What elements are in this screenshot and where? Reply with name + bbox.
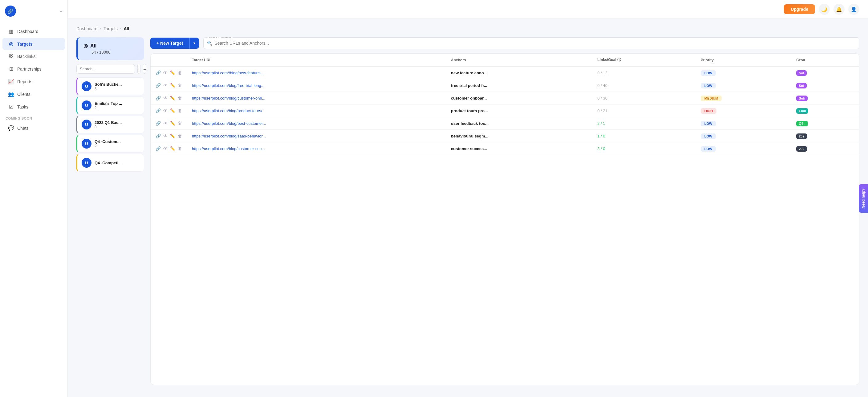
bucket-name: Emilia's Top ... <box>95 101 122 106</box>
target-url-link[interactable]: https://userpilot.com/blog/product-tours… <box>192 109 262 113</box>
bucket-item-sofi[interactable]: U Sofi's Bucke... 3 <box>76 77 144 95</box>
sidebar-item-dashboard[interactable]: ▦ Dashboard <box>2 25 65 37</box>
breadcrumb-targets[interactable]: Targets <box>103 26 118 31</box>
search-targets-input[interactable] <box>203 37 860 49</box>
col-anchors[interactable]: Anchors <box>446 54 592 66</box>
view-icon[interactable]: 👁 <box>163 121 167 126</box>
chats-icon: 💬 <box>8 125 14 131</box>
row-links-goal: 1 / 0 <box>592 130 695 142</box>
filter-button[interactable]: ≡ <box>143 64 146 74</box>
row-actions: 🔗 👁 ✏️ 🗑 <box>151 117 187 130</box>
link-icon[interactable]: 🔗 <box>156 108 161 113</box>
link-icon[interactable]: 🔗 <box>156 134 161 138</box>
sidebar-item-tasks[interactable]: ☑ Tasks <box>2 101 65 113</box>
bucket-item-q4custom[interactable]: U Q4 -Custom... 2 <box>76 135 144 152</box>
user-icon: 👤 <box>851 6 857 12</box>
collapse-button[interactable]: « <box>60 9 63 13</box>
target-url-link[interactable]: https://userpilot.com/blog/customer-onb.… <box>192 96 265 101</box>
sidebar-item-chats[interactable]: 💬 Chats <box>2 122 65 134</box>
link-icon[interactable]: 🔗 <box>156 95 161 101</box>
delete-icon[interactable]: 🗑 <box>178 108 182 113</box>
target-url-link[interactable]: https://userpilot.com/blog/free-trial-le… <box>192 83 265 88</box>
row-url: https://userpilot.com//blog/new-feature-… <box>187 66 446 79</box>
row-actions: 🔗 👁 ✏️ 🗑 <box>151 142 187 155</box>
notifications-button[interactable]: 🔔 <box>834 4 845 15</box>
new-target-dropdown-button[interactable]: ▾ <box>189 37 199 49</box>
user-menu-button[interactable]: 👤 <box>848 4 859 15</box>
col-priority[interactable]: Priority <box>696 54 791 66</box>
row-links-goal: 0 / 40 <box>592 79 695 92</box>
delete-icon[interactable]: 🗑 <box>178 70 182 75</box>
row-priority: LOW <box>696 130 791 142</box>
view-icon[interactable]: 👁 <box>163 95 167 101</box>
bucket-name: Sofi's Bucke... <box>95 82 122 87</box>
delete-icon[interactable]: 🗑 <box>178 134 182 138</box>
bucket-item-q4competi[interactable]: U Q4 -Competi... <box>76 154 144 172</box>
bucket-count: 9 <box>95 125 122 129</box>
view-icon[interactable]: 👁 <box>163 108 167 113</box>
edit-icon[interactable]: ✏️ <box>170 108 175 113</box>
col-links-goal[interactable]: Links/Goal ⓘ <box>592 54 695 66</box>
breadcrumb-dashboard[interactable]: Dashboard <box>76 26 98 31</box>
row-priority: MEDIUM <box>696 92 791 105</box>
link-icon[interactable]: 🔗 <box>156 83 161 88</box>
breadcrumb-sep1: • <box>100 27 101 30</box>
links-goal-value: 0 / 12 <box>597 70 608 75</box>
row-anchor: user feedback too... <box>446 117 592 130</box>
col-actions <box>151 54 187 66</box>
view-icon[interactable]: 👁 <box>163 146 167 151</box>
edit-icon[interactable]: ✏️ <box>170 70 175 75</box>
upgrade-button[interactable]: Upgrade <box>784 4 815 14</box>
sidebar-item-clients[interactable]: 👥 Clients <box>2 88 65 100</box>
delete-icon[interactable]: 🗑 <box>178 83 182 88</box>
target-url-link[interactable]: https://userpilot.com//blog/new-feature-… <box>192 70 265 75</box>
link-icon[interactable]: 🔗 <box>156 121 161 126</box>
delete-icon[interactable]: 🗑 <box>178 146 182 151</box>
all-card-header: ◎ All <box>84 43 138 49</box>
col-target-url[interactable]: Target URL <box>187 54 446 66</box>
row-links-goal: 0 / 21 <box>592 105 695 117</box>
bucket-name: Q4 -Competi... <box>95 161 122 165</box>
edit-icon[interactable]: ✏️ <box>170 83 175 88</box>
delete-icon[interactable]: 🗑 <box>178 121 182 126</box>
bucket-avatar: U <box>82 81 91 91</box>
target-url-link[interactable]: https://userpilot.com/blog/customer-suc.… <box>192 146 265 151</box>
edit-icon[interactable]: ✏️ <box>170 121 175 126</box>
view-icon[interactable]: 👁 <box>163 83 167 88</box>
row-priority: LOW <box>696 66 791 79</box>
col-group[interactable]: Grou <box>791 54 859 66</box>
priority-badge: HIGH <box>701 108 717 114</box>
delete-icon[interactable]: 🗑 <box>178 95 182 101</box>
link-icon[interactable]: 🔗 <box>156 146 161 151</box>
priority-badge: LOW <box>701 83 716 88</box>
anchor-text: product tours pro... <box>451 109 488 113</box>
bucket-search-input[interactable] <box>76 64 135 74</box>
edit-icon[interactable]: ✏️ <box>170 146 175 151</box>
link-icon[interactable]: 🔗 <box>156 70 161 75</box>
sidebar-item-reports[interactable]: 📈 Reports <box>2 76 65 88</box>
all-targets-card[interactable]: ◎ All 54 / 10000 <box>76 37 144 60</box>
row-group: 202 <box>791 142 859 155</box>
add-bucket-button[interactable]: + <box>137 64 141 74</box>
view-icon[interactable]: 👁 <box>163 134 167 138</box>
sidebar-header: 🔗 « <box>0 0 67 22</box>
edit-icon[interactable]: ✏️ <box>170 134 175 138</box>
all-card-count: 54 / 10000 <box>91 50 138 55</box>
edit-icon[interactable]: ✏️ <box>170 95 175 101</box>
view-icon[interactable]: 👁 <box>163 70 167 75</box>
row-anchor: customer onboar... <box>446 92 592 105</box>
links-goal-value: 0 / 21 <box>597 109 608 113</box>
sidebar-item-backlinks[interactable]: ⛓ Backlinks <box>2 51 65 62</box>
target-url-link[interactable]: https://userpilot.com/blog/best-customer… <box>192 121 266 126</box>
sidebar-item-targets[interactable]: ◎ Targets <box>2 38 65 50</box>
logo[interactable]: 🔗 <box>5 5 16 17</box>
bucket-item-emilia[interactable]: U Emilia's Top ... 2 <box>76 96 144 114</box>
need-help-button[interactable]: Need help? <box>859 184 868 213</box>
target-url-link[interactable]: https://userpilot.com/blog/saas-behavior… <box>192 134 266 138</box>
new-target-button[interactable]: + New Target <box>150 37 189 49</box>
bucket-item-2022q1[interactable]: U 2022 Q1 Bac... 9 <box>76 116 144 134</box>
row-group: Sof <box>791 66 859 79</box>
sidebar-item-partnerships[interactable]: ⊞ Partnerships <box>2 63 65 75</box>
dark-mode-button[interactable]: 🌙 <box>819 4 830 15</box>
bucket-name: Q4 -Custom... <box>95 139 121 144</box>
